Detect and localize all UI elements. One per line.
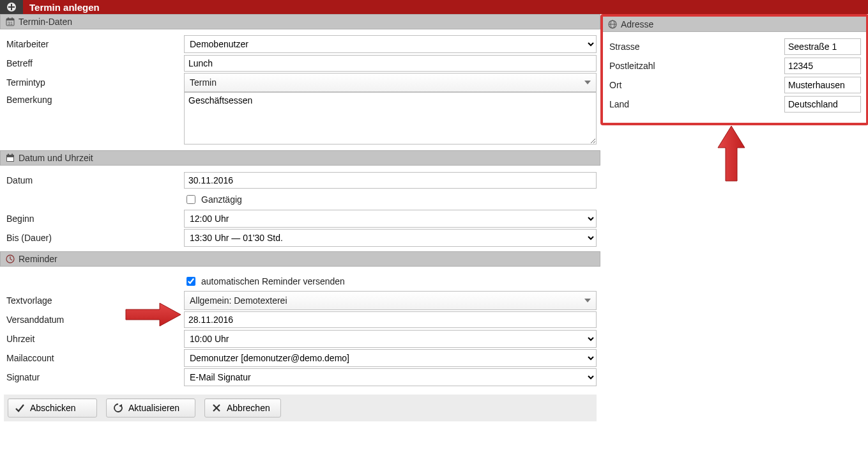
section-title: Termin-Daten	[19, 17, 72, 27]
mitarbeiter-select[interactable]: Demobenutzer	[184, 35, 597, 53]
svg-rect-2	[8, 6, 15, 8]
beginn-select[interactable]: 12:00 Uhr	[184, 210, 597, 228]
reminder-auto-label: automatischen Reminder versenden	[201, 276, 345, 286]
refresh-icon	[113, 403, 123, 413]
globe-icon	[608, 20, 617, 29]
strasse-input[interactable]	[784, 38, 861, 55]
add-icon[interactable]	[0, 0, 23, 14]
svg-rect-4	[6, 19, 14, 20]
annotation-arrow-reminder	[125, 302, 182, 327]
svg-line-14	[10, 259, 12, 260]
bemerkung-textarea[interactable]: Geschäftsessen	[184, 92, 597, 145]
ort-input[interactable]	[784, 77, 861, 93]
signatur-select[interactable]: E-Mail Signatur	[184, 368, 597, 386]
termintyp-value: Termin	[190, 77, 217, 88]
svg-rect-5	[8, 18, 9, 20]
adresse-highlight-box: Adresse Strasse Postleitzahl Ort Land	[600, 14, 868, 125]
mailaccount-select[interactable]: Demonutzer [demonutzer@demo.demo]	[184, 349, 597, 367]
aktualisieren-label: Aktualisieren	[128, 403, 179, 413]
page-title: Termin anlegen	[23, 2, 100, 13]
check-icon	[15, 403, 25, 413]
section-title: Reminder	[19, 254, 57, 264]
label-uhrzeit: Uhrzeit	[4, 334, 184, 344]
abschicken-label: Abschicken	[30, 403, 76, 413]
section-datum-uhrzeit: Datum und Uhrzeit	[0, 150, 600, 166]
section-title: Adresse	[621, 19, 653, 29]
label-mitarbeiter: Mitarbeiter	[4, 39, 184, 49]
label-termintyp: Termintyp	[4, 77, 184, 88]
calendar-date-icon: 31	[6, 17, 15, 26]
label-mailaccount: Mailaccount	[4, 353, 184, 363]
label-postleitzahl: Postleitzahl	[609, 61, 784, 71]
close-icon	[211, 403, 222, 413]
label-datum: Datum	[4, 175, 184, 185]
ganztaegig-label: Ganztägig	[201, 194, 242, 205]
clock-icon	[6, 254, 15, 263]
annotation-arrow-adresse	[715, 125, 747, 182]
calendar-icon	[6, 153, 15, 162]
label-bis: Bis (Dauer)	[4, 233, 184, 243]
betreff-input[interactable]	[184, 55, 597, 72]
ganztaegig-checkbox[interactable]	[187, 195, 195, 204]
svg-rect-11	[11, 154, 13, 156]
label-signatur: Signatur	[4, 372, 184, 382]
bis-select[interactable]: 13:30 Uhr — 01'30 Std.	[184, 229, 597, 247]
label-ort: Ort	[609, 80, 784, 90]
textvorlage-combo[interactable]: Allgemein: Demotexterei	[184, 291, 597, 310]
svg-text:31: 31	[8, 21, 13, 26]
abschicken-button[interactable]: Abschicken	[8, 398, 97, 418]
section-reminder: Reminder	[0, 251, 600, 267]
section-title: Datum und Uhrzeit	[19, 153, 93, 163]
datum-input[interactable]	[184, 172, 597, 189]
svg-rect-10	[8, 154, 9, 156]
label-beginn: Beginn	[4, 214, 184, 224]
chevron-down-icon	[584, 81, 591, 84]
versanddatum-input[interactable]	[184, 311, 597, 328]
abbrechen-button[interactable]: Abbrechen	[204, 398, 281, 418]
label-strasse: Strasse	[609, 42, 784, 52]
label-betreff: Betreff	[4, 58, 184, 68]
reminder-auto-checkbox[interactable]	[187, 277, 195, 286]
postleitzahl-input[interactable]	[784, 58, 861, 74]
section-adresse: Adresse	[603, 17, 866, 32]
svg-marker-15	[119, 404, 122, 407]
termintyp-combo[interactable]: Termin	[184, 73, 597, 92]
svg-marker-21	[126, 303, 181, 326]
submit-bar: Abschicken Aktualisieren Abbrechen	[4, 395, 597, 421]
svg-rect-9	[7, 157, 13, 161]
aktualisieren-button[interactable]: Aktualisieren	[106, 398, 195, 418]
chevron-down-icon	[584, 299, 591, 302]
label-land: Land	[609, 99, 784, 109]
uhrzeit-select[interactable]: 10:00 Uhr	[184, 330, 597, 348]
section-termin-daten: 31 Termin-Daten	[0, 14, 600, 29]
textvorlage-value: Allgemein: Demotexterei	[190, 295, 287, 306]
svg-rect-6	[11, 18, 13, 20]
svg-marker-22	[718, 126, 745, 181]
land-input[interactable]	[784, 96, 861, 113]
abbrechen-label: Abbrechen	[227, 403, 270, 413]
label-bemerkung: Bemerkung	[4, 92, 184, 105]
